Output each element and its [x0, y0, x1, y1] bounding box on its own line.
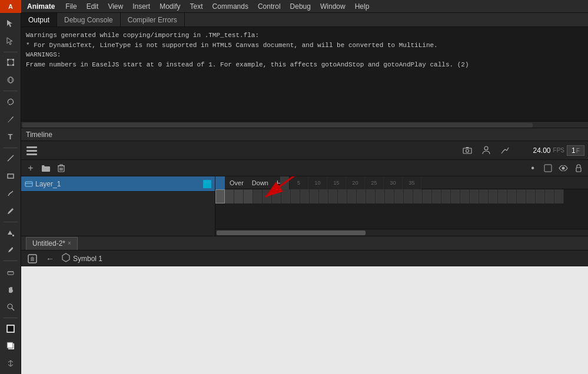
frames-area: Over Down Hit 5 10 15 20 25 30 [215, 176, 588, 236]
timeline-camera-icon[interactable] [460, 143, 474, 158]
tab-output[interactable]: Output [21, 13, 57, 26]
frame-cell[interactable] [357, 189, 366, 203]
frame-cell[interactable] [263, 189, 272, 203]
frame-cell[interactable] [526, 189, 536, 203]
add-folder-button[interactable] [40, 162, 52, 174]
frame-cell[interactable] [272, 189, 281, 203]
frame-cell[interactable] [451, 189, 460, 203]
menu-debug[interactable]: Debug [285, 0, 315, 13]
tool-brush[interactable] [2, 203, 19, 219]
frame-cell[interactable] [489, 189, 498, 203]
layer-row[interactable]: Layer_1 [21, 176, 215, 192]
tool-text[interactable]: T [2, 129, 19, 145]
dot-marker[interactable]: • [527, 162, 539, 174]
tool-select[interactable] [2, 15, 19, 32]
frame-cell[interactable] [328, 189, 338, 203]
tool-free-transform[interactable] [2, 55, 19, 71]
frame-cell[interactable] [498, 189, 507, 203]
menu-view[interactable]: View [103, 0, 128, 13]
svg-rect-37 [576, 168, 581, 172]
menu-text[interactable]: Text [185, 0, 208, 13]
frame-cell[interactable] [460, 189, 470, 203]
frame-cell[interactable] [291, 189, 300, 203]
menu-modify[interactable]: Modify [155, 0, 185, 13]
frame-cell[interactable] [347, 189, 357, 203]
frame-cell[interactable] [470, 189, 479, 203]
menu-edit[interactable]: Edit [82, 0, 104, 13]
menu-help[interactable]: Help [350, 0, 374, 13]
frame-cell[interactable] [244, 189, 253, 203]
frame-cell[interactable] [423, 189, 432, 203]
tool-pen[interactable] [2, 111, 19, 128]
frame-cell[interactable] [545, 189, 554, 203]
frame-cell[interactable] [517, 189, 526, 203]
frame-cell[interactable] [441, 189, 451, 203]
frame-cell[interactable] [319, 189, 328, 203]
tool-line[interactable] [2, 151, 19, 167]
tool-paint-bucket[interactable] [2, 225, 19, 241]
frame-cell[interactable] [385, 189, 394, 203]
menu-commands[interactable]: Commands [208, 0, 253, 13]
frame-cell[interactable] [432, 189, 441, 203]
frame-cell[interactable] [394, 189, 404, 203]
tool-lasso[interactable] [2, 94, 19, 110]
tool-zoom[interactable] [2, 299, 19, 315]
svg-rect-24 [26, 150, 37, 152]
stage-area[interactable] [21, 266, 588, 374]
tool-hand[interactable] [2, 281, 19, 298]
tab-debug-console[interactable]: Debug Console [57, 13, 121, 26]
timeline-panel: Timeline [21, 128, 588, 236]
frame-cell[interactable] [225, 189, 234, 203]
output-hscrollbar[interactable] [21, 121, 588, 128]
frame-cell[interactable] [234, 189, 244, 203]
menu-window[interactable]: Window [315, 0, 350, 13]
tool-pencil[interactable] [2, 185, 19, 202]
doc-tab-untitled[interactable]: Untitled-2* × [26, 237, 78, 250]
hscroll-thumb[interactable] [22, 123, 533, 128]
frame-cell[interactable] [554, 189, 564, 203]
frame-cell[interactable] [413, 189, 423, 203]
keyframe-cell[interactable] [215, 189, 225, 203]
tool-eyedropper[interactable] [2, 242, 19, 259]
frame-cell[interactable] [507, 189, 517, 203]
frame-cell[interactable] [310, 189, 319, 203]
timeline-hscrollbar[interactable] [215, 229, 588, 236]
timeline-person-icon[interactable] [479, 143, 493, 158]
doc-tab-close[interactable]: × [68, 237, 71, 250]
menu-file[interactable]: File [61, 0, 81, 13]
tool-3d-rotate[interactable] [2, 72, 19, 88]
frame-cell[interactable] [366, 189, 376, 203]
back-button[interactable]: ← [44, 252, 57, 265]
frame-cell[interactable] [338, 189, 347, 203]
timeline-layers-icon[interactable] [25, 143, 39, 158]
frame-numbers-area: 5 10 15 20 25 30 35 [280, 176, 588, 189]
frame-cell[interactable] [536, 189, 545, 203]
frame-cell[interactable] [253, 189, 263, 203]
delete-layer-button[interactable] [55, 162, 67, 174]
swap-colors[interactable] [2, 355, 19, 372]
frame-cell[interactable] [300, 189, 310, 203]
tab-compiler-errors[interactable]: Compiler Errors [121, 13, 185, 26]
tool-subselect[interactable] [2, 33, 19, 49]
frame-cell[interactable] [479, 189, 489, 203]
timeline-chart-icon[interactable] [498, 143, 512, 158]
eye-icon[interactable] [557, 162, 569, 174]
add-layer-button[interactable]: + [25, 162, 36, 174]
menu-insert[interactable]: Insert [128, 0, 155, 13]
tool-rectangle[interactable] [2, 168, 19, 184]
stage-icon[interactable] [26, 252, 39, 265]
fill-color[interactable] [2, 338, 19, 355]
frame-tick-5: 5 [290, 176, 308, 189]
frame-view-icon[interactable] [542, 162, 554, 174]
lock-icon[interactable] [573, 162, 584, 174]
timeline-header-bar: Timeline [21, 128, 588, 141]
stroke-color[interactable] [2, 320, 19, 337]
frame-cell[interactable] [376, 189, 385, 203]
frame-cell[interactable] [281, 189, 291, 203]
breadcrumb-symbol-name: Symbol 1 [73, 255, 102, 263]
tool-eraser[interactable] [2, 263, 19, 280]
menu-control[interactable]: Control [253, 0, 285, 13]
timeline-hscroll-thumb[interactable] [217, 231, 366, 235]
frame-cell[interactable] [404, 189, 413, 203]
frame-value[interactable]: 1F [567, 145, 584, 156]
